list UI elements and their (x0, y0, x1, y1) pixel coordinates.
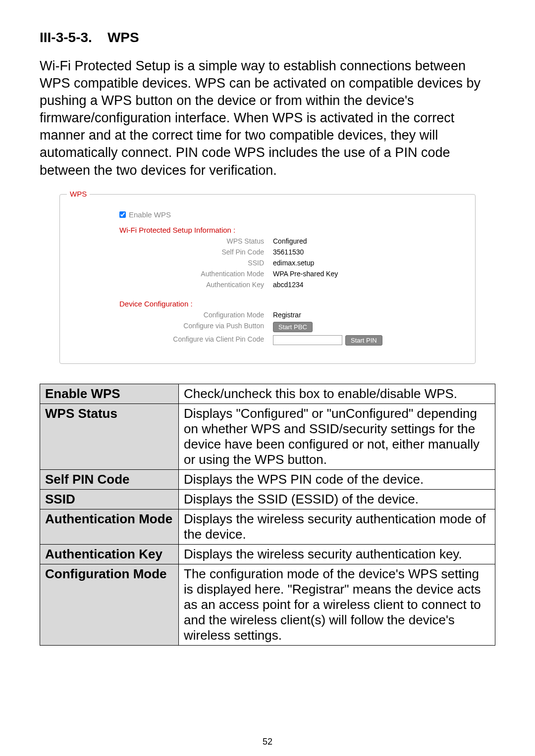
term-cell: Self PIN Code (40, 469, 179, 489)
config-mode-label: Configuration Mode (119, 311, 273, 319)
client-pin-input[interactable] (273, 335, 342, 345)
desc-cell: Displays "Configured" or "unConfigured" … (179, 403, 495, 469)
term-cell: Authentication Mode (40, 509, 179, 544)
ssid-row: SSID edimax.setup (119, 259, 460, 267)
auth-key-row: Authentication Key abcd1234 (119, 281, 460, 289)
term-cell: Configuration Mode (40, 564, 179, 645)
self-pin-label: Self Pin Code (119, 248, 273, 256)
auth-key-label: Authentication Key (119, 281, 273, 289)
wps-panel: WPS Enable WPS Wi-Fi Protected Setup Inf… (59, 194, 476, 364)
config-mode-row: Configuration Mode Registrar (119, 311, 460, 319)
table-row: Authentication KeyDisplays the wireless … (40, 544, 495, 564)
desc-cell: Check/uncheck this box to enable/disable… (179, 384, 495, 403)
enable-wps-checkbox[interactable] (119, 211, 126, 218)
table-row: SSIDDisplays the SSID (ESSID) of the dev… (40, 489, 495, 509)
wps-info-heading: Wi-Fi Protected Setup Information : (119, 226, 460, 234)
pin-row: Configure via Client Pin Code Start PIN (119, 335, 460, 346)
enable-wps-row: Enable WPS (119, 210, 460, 219)
wps-status-label: WPS Status (119, 237, 273, 245)
heading-number: III-3-5-3. (40, 30, 92, 45)
wps-status-value: Configured (273, 237, 307, 245)
push-button-label: Configure via Push Button (119, 322, 273, 332)
start-pbc-button[interactable]: Start PBC (273, 322, 313, 332)
table-row: Self PIN CodeDisplays the WPS PIN code o… (40, 469, 495, 489)
heading-title: WPS (107, 30, 139, 45)
wps-legend: WPS (67, 190, 90, 198)
auth-key-value: abcd1234 (273, 281, 304, 289)
wps-status-row: WPS Status Configured (119, 237, 460, 245)
ssid-value: edimax.setup (273, 259, 314, 267)
auth-mode-row: Authentication Mode WPA Pre-shared Key (119, 270, 460, 278)
term-cell: Authentication Key (40, 544, 179, 564)
config-mode-value: Registrar (273, 311, 301, 319)
page-number: 52 (0, 737, 535, 747)
desc-cell: Displays the wireless security authentic… (179, 544, 495, 564)
ssid-label: SSID (119, 259, 273, 267)
definitions-table: Enable WPSCheck/uncheck this box to enab… (40, 384, 495, 646)
desc-cell: Displays the wireless security authentic… (179, 509, 495, 544)
table-row: WPS StatusDisplays "Configured" or "unCo… (40, 403, 495, 469)
desc-cell: The configuration mode of the device's W… (179, 564, 495, 645)
auth-mode-label: Authentication Mode (119, 270, 273, 278)
enable-wps-label: Enable WPS (129, 210, 171, 219)
device-config-heading: Device Configuration : (119, 300, 460, 308)
pin-label: Configure via Client Pin Code (119, 335, 273, 346)
desc-cell: Displays the SSID (ESSID) of the device. (179, 489, 495, 509)
start-pin-button[interactable]: Start PIN (345, 335, 382, 346)
term-cell: WPS Status (40, 403, 179, 469)
self-pin-value: 35611530 (273, 248, 304, 256)
table-row: Enable WPSCheck/uncheck this box to enab… (40, 384, 495, 403)
table-row: Authentication ModeDisplays the wireless… (40, 509, 495, 544)
table-row: Configuration ModeThe configuration mode… (40, 564, 495, 645)
push-button-row: Configure via Push Button Start PBC (119, 322, 460, 332)
term-cell: Enable WPS (40, 384, 179, 403)
term-cell: SSID (40, 489, 179, 509)
desc-cell: Displays the WPS PIN code of the device. (179, 469, 495, 489)
section-heading: III-3-5-3. WPS (40, 30, 495, 46)
self-pin-row: Self Pin Code 35611530 (119, 248, 460, 256)
body-paragraph: Wi-Fi Protected Setup is a simple way to… (40, 57, 495, 179)
auth-mode-value: WPA Pre-shared Key (273, 270, 338, 278)
